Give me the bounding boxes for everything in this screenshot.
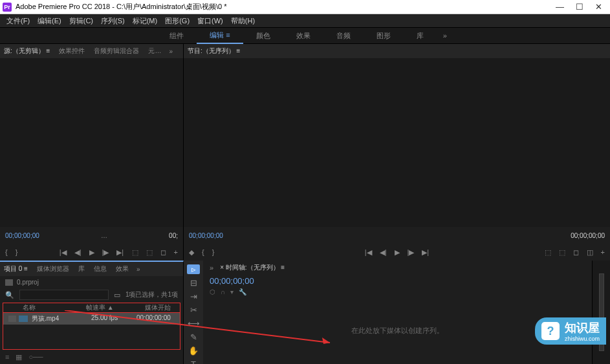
tab-effect-controls[interactable]: 效果控件: [58, 45, 86, 58]
source-tabs: 源:（无剪辑） ≡ 效果控件 音频剪辑混合器 元… »: [0, 44, 183, 58]
header-framerate[interactable]: 帧速率 ▲: [86, 303, 131, 312]
goto-out-icon[interactable]: ▶|: [422, 248, 429, 257]
step-fwd-icon[interactable]: |▶: [408, 248, 415, 257]
watermark: ? 知识屋 zhishiwu.com: [535, 317, 606, 345]
extract-icon[interactable]: ⬚: [559, 248, 565, 257]
tab-source[interactable]: 源:（无剪辑） ≡: [3, 45, 51, 58]
type-tool-icon[interactable]: T: [187, 359, 200, 364]
source-fit[interactable]: …: [101, 232, 107, 239]
program-tc-left[interactable]: 00;00;00;00: [189, 232, 223, 239]
export-frame-icon[interactable]: ◻: [573, 248, 579, 257]
tab-media-browser[interactable]: 媒体浏览器: [36, 262, 71, 275]
icon-view-icon[interactable]: ▦: [16, 353, 22, 361]
item-framerate: 25.00 fps: [91, 314, 136, 323]
slip-tool-icon[interactable]: ⟷: [187, 319, 200, 328]
tab-program[interactable]: 节目:（无序列） ≡: [186, 45, 241, 58]
menu-edit[interactable]: 编辑(E): [35, 15, 64, 27]
video-file-icon: [19, 316, 28, 322]
mark-in-icon[interactable]: {: [202, 248, 204, 257]
program-transport: ◆ { } |◀ ◀| ▶ |▶ ▶| ⬚ ⬚ ◻ ◫ +: [184, 244, 610, 261]
ws-tab-libraries[interactable]: 库: [404, 28, 437, 43]
menu-clip[interactable]: 剪辑(C): [67, 15, 96, 27]
mark-out-icon[interactable]: }: [16, 248, 18, 256]
ripple-tool-icon[interactable]: ⇥: [187, 292, 200, 301]
lift-icon[interactable]: ⬚: [545, 248, 551, 257]
step-back-icon[interactable]: ◀|: [380, 248, 387, 257]
step-fwd-icon[interactable]: |▶: [102, 248, 109, 257]
source-tabs-more[interactable]: »: [169, 48, 173, 55]
header-media-start[interactable]: 媒体开始: [131, 303, 175, 312]
insert-icon[interactable]: ⬚: [132, 248, 138, 257]
project-item[interactable]: 男孩.mp4 25.00 fps 00:00:00:00: [3, 313, 180, 325]
zoom-slider[interactable]: ○──: [28, 353, 43, 361]
timeline-toggles: ⬡ ∩ ▾ 🔧: [203, 287, 592, 297]
menu-file[interactable]: 文件(F): [4, 15, 32, 27]
menu-marker[interactable]: 标记(M): [130, 15, 160, 27]
overwrite-icon[interactable]: ⬚: [146, 248, 153, 257]
minimize-button[interactable]: —: [556, 2, 564, 12]
goto-in-icon[interactable]: |◀: [60, 248, 67, 257]
tab-audio-mixer[interactable]: 音频剪辑混合器: [93, 45, 140, 58]
menu-window[interactable]: 窗口(W): [195, 15, 226, 27]
compare-icon[interactable]: ◫: [587, 248, 593, 257]
tab-effects[interactable]: 效果: [114, 262, 130, 275]
tab-metadata[interactable]: 元…: [147, 45, 162, 58]
project-tabs-more[interactable]: »: [136, 266, 140, 273]
play-icon[interactable]: ▶: [89, 248, 94, 257]
tab-info[interactable]: 信息: [93, 262, 108, 275]
menu-graphics[interactable]: 图形(G): [162, 15, 192, 27]
goto-in-icon[interactable]: |◀: [365, 248, 372, 257]
link-icon[interactable]: ∩: [221, 288, 225, 295]
selection-tool-icon[interactable]: ▹: [187, 264, 200, 274]
source-tc-left[interactable]: 00;00;00;00: [5, 232, 39, 239]
marker-tog-icon[interactable]: ▾: [230, 288, 234, 295]
workspace-tabs: 组件 编辑 ≡ 颜色 效果 音频 图形 库 »: [0, 27, 610, 44]
track-select-tool-icon[interactable]: ⊟: [187, 278, 200, 288]
tab-timeline[interactable]: × 时间轴:（无序列） ≡: [220, 263, 285, 272]
tab-libraries[interactable]: 库: [77, 262, 86, 275]
step-back-icon[interactable]: ◀|: [74, 248, 82, 257]
add-button-icon[interactable]: +: [174, 248, 178, 257]
goto-out-icon[interactable]: ▶|: [116, 248, 124, 257]
snap-icon[interactable]: ⬡: [210, 288, 215, 295]
mark-in-icon[interactable]: {: [5, 248, 8, 256]
ws-tab-audio[interactable]: 音频: [323, 28, 364, 43]
mark-out-icon[interactable]: }: [212, 248, 215, 257]
program-tc-row: 00;00;00;00 00;00;00;00: [184, 227, 610, 244]
list-view-icon[interactable]: ≡: [5, 353, 9, 361]
menu-sequence[interactable]: 序列(S): [98, 15, 127, 27]
bin-icon[interactable]: ▭: [114, 291, 120, 299]
play-icon[interactable]: ▶: [395, 248, 400, 257]
ws-tab-assembly[interactable]: 组件: [157, 28, 197, 43]
bottom-area: 项目 0 ≡ 媒体浏览器 库 信息 效果 » 0.prproj 🔍 ▭ 1项已选…: [0, 261, 610, 364]
add-button-icon[interactable]: +: [601, 248, 605, 257]
pen-tool-icon[interactable]: ✎: [187, 332, 200, 342]
item-media-start: 00:00:00:00: [136, 314, 171, 323]
source-monitor: 源:（无剪辑） ≡ 效果控件 音频剪辑混合器 元… » 00;00;00;00 …: [0, 44, 184, 261]
program-tc-right: 00;00;00;00: [571, 232, 605, 239]
project-name: 0.prproj: [17, 279, 39, 286]
tab-project[interactable]: 项目 0 ≡: [3, 262, 29, 275]
close-button[interactable]: ✕: [595, 2, 602, 12]
ws-tab-color[interactable]: 颜色: [243, 28, 283, 43]
menu-help[interactable]: 帮助(H): [228, 15, 257, 27]
marker-icon[interactable]: ◆: [189, 248, 194, 257]
hand-tool-icon[interactable]: ✋: [187, 346, 200, 356]
ws-tab-more[interactable]: »: [437, 32, 453, 39]
timeline-timecode[interactable]: 00;00;00;00: [203, 275, 592, 287]
export-frame-icon[interactable]: ◻: [160, 248, 166, 257]
ws-tab-editing[interactable]: 编辑 ≡: [197, 28, 243, 44]
razor-tool-icon[interactable]: ✂: [187, 305, 200, 315]
search-input[interactable]: [19, 290, 109, 300]
source-tc-row: 00;00;00;00 … 00;: [0, 227, 183, 244]
ws-tab-graphics[interactable]: 图形: [364, 28, 404, 43]
project-bottom: ≡ ▦ ○──: [0, 350, 183, 364]
timeline-more[interactable]: »: [210, 264, 213, 272]
maximize-button[interactable]: ☐: [576, 2, 583, 12]
search-icon[interactable]: 🔍: [5, 291, 14, 299]
ws-tab-effects[interactable]: 效果: [283, 28, 323, 43]
program-viewer: [184, 58, 610, 227]
header-name[interactable]: 名称: [8, 303, 86, 312]
timeline-body[interactable]: 在此处放下媒体以创建序列。: [203, 297, 592, 364]
wrench-icon[interactable]: 🔧: [239, 288, 246, 295]
